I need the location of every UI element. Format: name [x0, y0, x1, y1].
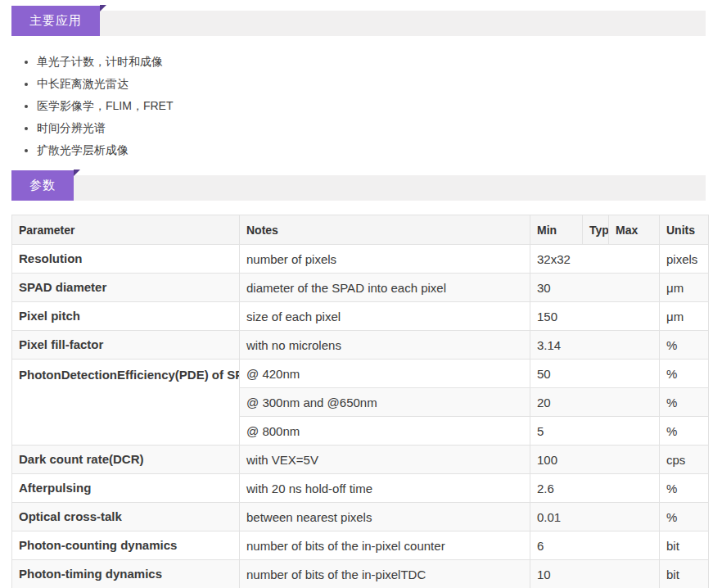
parameter-cell: Afterpulsing — [12, 474, 240, 503]
min-value-cell: 10 — [530, 560, 660, 588]
list-item: 时间分辨光谱 — [25, 117, 722, 139]
parameter-cell: SPAD diameter — [12, 274, 240, 302]
units-cell: μm — [660, 274, 709, 302]
units-cell: bit — [660, 560, 709, 588]
notes-cell: with no microlens — [240, 331, 530, 360]
units-cell: μm — [660, 302, 709, 331]
parameter-cell: Pixel fill-factor — [12, 331, 240, 360]
table-body: Resolutionnumber of pixels32x32pixelsSPA… — [12, 245, 709, 588]
table-row: Photon-counting dynamicsnumber of bits o… — [12, 531, 709, 560]
units-cell: bit — [660, 531, 709, 560]
min-value-cell: 32x32 — [530, 245, 660, 274]
bullet-icon — [25, 105, 28, 108]
parameter-cell: Dark count rate(DCR) — [12, 446, 240, 474]
table-row: Dark count rate(DCR)with VEX=5V100cps — [12, 446, 709, 474]
min-value-cell: 6 — [530, 531, 660, 560]
applications-section-header: 主要应用 — [0, 6, 722, 36]
table-row: PhotonDetectionEfficiency(PDE) of SPAD d… — [12, 360, 709, 388]
list-item-text: 扩散光学层析成像 — [37, 143, 129, 158]
applications-badge-label: 主要应用 — [29, 13, 82, 29]
min-value-cell: 5 — [530, 417, 660, 446]
applications-badge: 主要应用 — [11, 6, 100, 36]
min-value-cell: 150 — [530, 302, 660, 331]
units-cell: cps — [660, 446, 709, 474]
list-item-text: 医学影像学，FLIM，FRET — [37, 99, 173, 114]
column-header-typ: Typ — [583, 215, 609, 245]
column-header-min: Min — [530, 215, 583, 245]
min-value-cell: 3.14 — [530, 331, 660, 360]
column-header-notes: Notes — [240, 215, 530, 245]
table-row: Pixel fill-factorwith no microlens3.14% — [12, 331, 709, 360]
min-value-cell: 50 — [530, 360, 660, 388]
min-value-cell: 30 — [530, 274, 660, 302]
notes-cell: with 20 ns hold-off time — [240, 474, 530, 503]
list-item: 中长距离激光雷达 — [25, 73, 722, 95]
list-item-text: 单光子计数，计时和成像 — [37, 55, 163, 70]
table-row: Optical cross-talkbetween nearest pixels… — [12, 503, 709, 531]
notes-cell: @ 800nm — [240, 417, 530, 446]
notes-cell: number of bits of the in-pixelTDC — [240, 560, 530, 588]
ribbon-fold-decoration — [100, 5, 106, 11]
units-cell: % — [660, 388, 709, 417]
parameters-section-header: 参数 — [0, 170, 722, 201]
units-cell: % — [660, 503, 709, 531]
parameter-cell: Photon-counting dynamics — [12, 531, 240, 560]
bullet-icon — [25, 127, 28, 130]
parameters-badge-label: 参数 — [29, 178, 56, 193]
bullet-icon — [25, 61, 28, 64]
min-value-cell: 2.6 — [530, 474, 660, 503]
notes-cell: number of pixels — [240, 245, 530, 274]
parameter-cell: PhotonDetectionEfficiency(PDE) of SPAD d… — [12, 360, 240, 446]
column-header-units: Units — [660, 215, 709, 245]
notes-cell: diameter of the SPAD into each pixel — [240, 274, 530, 302]
table-row: SPAD diameterdiameter of the SPAD into e… — [12, 274, 709, 302]
list-item-text: 中长距离激光雷达 — [37, 77, 129, 92]
notes-cell: size of each pixel — [240, 302, 530, 331]
notes-cell: @ 300nm and @650nm — [240, 388, 530, 417]
list-item: 医学影像学，FLIM，FRET — [25, 95, 722, 117]
ribbon-bar — [20, 11, 706, 36]
units-cell: % — [660, 360, 709, 388]
table-header-row: ParameterNotesMinTypMaxUnits — [12, 215, 709, 245]
min-value-cell: 20 — [530, 388, 660, 417]
notes-cell: @ 420nm — [240, 360, 530, 388]
column-header-max: Max — [609, 215, 660, 245]
applications-list: 单光子计数，计时和成像中长距离激光雷达医学影像学，FLIM，FRET时间分辨光谱… — [25, 51, 722, 161]
bullet-icon — [25, 83, 28, 86]
table-row: Resolutionnumber of pixels32x32pixels — [12, 245, 709, 274]
units-cell: % — [660, 331, 709, 360]
list-item: 单光子计数，计时和成像 — [25, 51, 722, 73]
units-cell: pixels — [660, 245, 709, 274]
parameter-cell: Resolution — [12, 245, 240, 274]
table-row: Afterpulsingwith 20 ns hold-off time2.6% — [12, 474, 709, 503]
ribbon-bar — [20, 175, 706, 201]
units-cell: % — [660, 474, 709, 503]
min-value-cell: 0.01 — [530, 503, 660, 531]
min-value-cell: 100 — [530, 446, 660, 474]
notes-cell: between nearest pixels — [240, 503, 530, 531]
parameters-table: ParameterNotesMinTypMaxUnits Resolutionn… — [11, 215, 709, 588]
notes-cell: with VEX=5V — [240, 446, 530, 474]
units-cell: % — [660, 417, 709, 446]
parameter-cell: Pixel pitch — [12, 302, 240, 331]
table-row: Photon-timing dynamicsnumber of bits of … — [12, 560, 709, 588]
parameter-cell: Optical cross-talk — [12, 503, 240, 531]
bullet-icon — [25, 149, 28, 152]
parameter-cell: Photon-timing dynamics — [12, 560, 240, 588]
list-item-text: 时间分辨光谱 — [37, 121, 106, 136]
list-item: 扩散光学层析成像 — [25, 139, 722, 161]
parameters-badge: 参数 — [11, 170, 74, 201]
column-header-parameter: Parameter — [12, 215, 240, 245]
ribbon-fold-decoration — [74, 170, 80, 176]
notes-cell: number of bits of the in-pixel counter — [240, 531, 530, 560]
table-row: Pixel pitchsize of each pixel150μm — [12, 302, 709, 331]
